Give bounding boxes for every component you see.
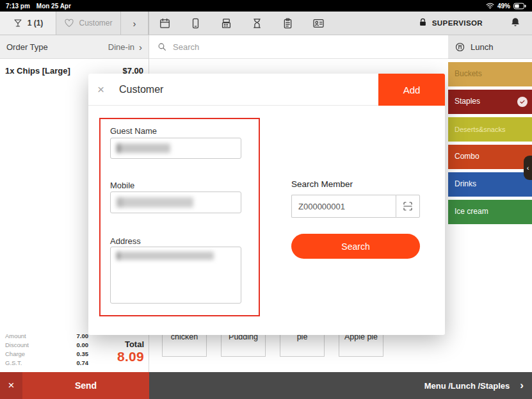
wifi-icon [486, 3, 494, 9]
summary-label: Amount [5, 332, 26, 339]
chevron-right-icon: › [520, 379, 524, 392]
guest-name-field[interactable] [110, 138, 241, 159]
tab-customer[interactable]: Customer [56, 12, 121, 35]
mobile-field[interactable] [110, 191, 241, 213]
scan-member-button[interactable] [396, 195, 420, 218]
summary-row: G.S.T. 0.74 [0, 358, 91, 367]
mobile-button[interactable] [189, 17, 202, 29]
address-label: Address [110, 236, 141, 246]
category-deserts-snacks[interactable]: Deserts&snacks [448, 117, 532, 142]
chevron-left-icon: ‹ [527, 164, 529, 172]
customer-modal: × Customer Add Guest Name Mobile Address… [88, 74, 445, 335]
order-type-label: Order Type [6, 42, 48, 52]
supervisor-label: SUPERVISOR [432, 19, 483, 27]
mobile-icon [189, 17, 202, 29]
chevron-right-icon: › [139, 42, 142, 53]
calendar-icon [159, 17, 171, 29]
meal-icon [455, 42, 465, 53]
status-date: Mon 25 Apr [36, 3, 71, 10]
category-label: Combo [455, 152, 480, 161]
mobile-label: Mobile [110, 181, 134, 190]
order-type-row[interactable]: Order Type Dine-in › [0, 35, 149, 59]
address-field[interactable] [110, 247, 241, 304]
status-left: 7:13 pm Mon 25 Apr [6, 3, 71, 10]
next-tab-button[interactable]: › [121, 12, 149, 35]
summary-label: G.S.T. [5, 359, 22, 366]
contacts-button[interactable] [312, 17, 325, 29]
tab-current-order[interactable]: 1 (1) [0, 12, 56, 35]
heart-icon [64, 18, 74, 28]
order-item-name: 1x Chips [Large] [5, 66, 70, 76]
total-label: Total [117, 339, 144, 349]
order-tab-group: 1 (1) Customer › [0, 12, 149, 35]
bottom-action-bar: × Send Menu /Lunch /Staples › [0, 372, 532, 399]
order-tab-label: 1 (1) [28, 19, 44, 28]
category-ice-cream[interactable]: Ice cream [448, 200, 532, 224]
check-icon [517, 97, 528, 107]
redacted-text [117, 197, 193, 208]
member-id-input[interactable] [291, 195, 396, 218]
add-customer-button[interactable]: Add [378, 74, 445, 106]
menu-section-label: Lunch [471, 42, 493, 52]
customer-tab-label: Customer [79, 19, 112, 28]
guest-name-label: Guest Name [110, 126, 157, 136]
close-icon: × [8, 379, 15, 392]
chevron-right-icon: › [133, 18, 136, 29]
category-drinks[interactable]: Drinks [448, 172, 532, 197]
category-label: Staples [455, 97, 480, 106]
category-buckets[interactable]: Buckets [448, 62, 532, 86]
modal-close-button[interactable]: × [97, 83, 115, 97]
category-label: Drinks [455, 180, 476, 189]
category-label: Buckets [455, 70, 482, 79]
search-input[interactable] [173, 42, 440, 52]
menu-breadcrumb-bar[interactable]: Menu /Lunch /Staples › [149, 372, 532, 399]
category-label: Ice cream [455, 208, 488, 216]
summary-row: Amount 7.00 [0, 331, 91, 340]
dine-icon [13, 18, 23, 28]
category-staples[interactable]: Staples [448, 90, 532, 114]
notifications-button[interactable] [510, 17, 521, 30]
total-value: 8.09 [117, 349, 144, 364]
search-bar [149, 35, 448, 59]
send-label: Send [75, 380, 97, 391]
send-button[interactable]: Send [22, 372, 149, 399]
hourglass-button[interactable] [251, 17, 263, 29]
summary-value: 0.35 [77, 350, 89, 357]
order-type-current: Dine-in [108, 42, 134, 52]
category-combo[interactable]: Combo [448, 145, 532, 169]
member-search-button[interactable]: Search [291, 234, 420, 259]
supervisor-lock[interactable]: SUPERVISOR [418, 17, 483, 29]
status-right: 49% [486, 3, 526, 10]
top-toolbar: 1 (1) Customer › [0, 12, 532, 35]
order-type-value: Dine-in › [108, 42, 142, 53]
lock-icon [418, 17, 428, 29]
summary-label: Charge [5, 350, 25, 357]
status-bar: 7:13 pm Mon 25 Apr 49% [0, 0, 532, 12]
search-member-label: Search Member [291, 179, 353, 189]
sidebar-collapse-handle[interactable]: ‹ [524, 156, 532, 180]
status-time: 7:13 pm [6, 3, 30, 10]
clipboard-button[interactable] [282, 17, 294, 29]
register-icon [220, 17, 232, 29]
redacted-text [117, 252, 214, 260]
breadcrumb: Menu /Lunch /Staples [424, 381, 510, 391]
close-icon: × [97, 83, 104, 96]
menu-section-header[interactable]: Lunch [448, 35, 532, 59]
register-button[interactable] [220, 17, 232, 29]
order-summary: Amount 7.00 Discount 0.00 Charge 0.35 G.… [0, 331, 91, 367]
summary-label: Discount [5, 341, 29, 348]
summary-row: Charge 0.35 [0, 349, 91, 358]
scan-icon [402, 200, 414, 212]
summary-row: Discount 0.00 [0, 340, 91, 349]
battery-percent: 49% [497, 3, 510, 10]
clipboard-icon [282, 17, 294, 29]
member-id-row [291, 195, 420, 218]
cancel-order-button[interactable]: × [0, 372, 22, 399]
hourglass-icon [251, 17, 263, 29]
bell-icon [510, 17, 521, 30]
category-sidebar: Lunch Buckets Staples Deserts&snacks Com… [448, 35, 532, 372]
calendar-button[interactable] [159, 17, 171, 29]
contacts-icon [312, 17, 325, 29]
summary-value: 0.74 [77, 359, 89, 366]
summary-value: 7.00 [77, 332, 89, 339]
